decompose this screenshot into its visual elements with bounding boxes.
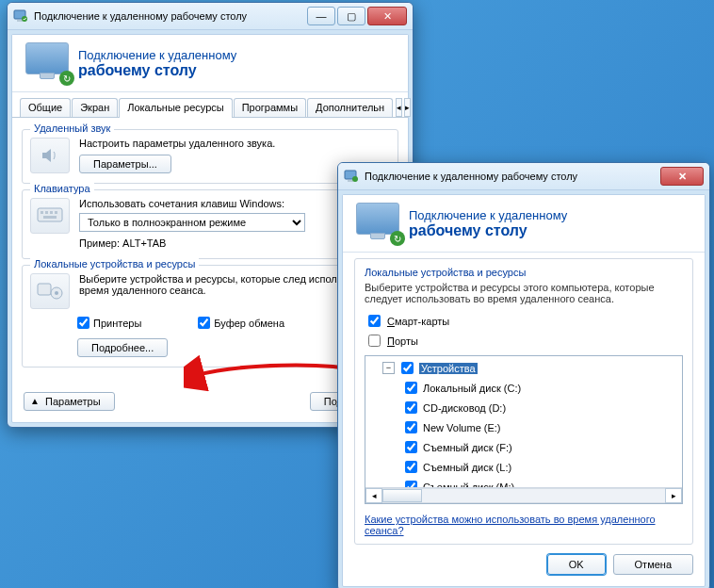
speaker-icon [30, 138, 70, 173]
checkbox-ports-label: Порты [387, 335, 418, 347]
cancel-button[interactable]: Отмена [613, 554, 693, 575]
tab-display[interactable]: Экран [72, 98, 118, 117]
banner-line1: Подключение к удаленному [409, 208, 567, 222]
tree-item[interactable]: Съемный диск (M:) [369, 477, 678, 487]
legend-sound: Удаленный звук [30, 122, 114, 134]
tree-item[interactable]: Локальный диск (C:) [369, 378, 678, 398]
app-icon [13, 8, 28, 24]
more-button[interactable]: Подробнее... [77, 338, 168, 357]
svg-rect-13 [348, 180, 353, 182]
horizontal-scrollbar[interactable]: ◂ ▸ [365, 487, 682, 503]
svg-rect-1 [17, 20, 23, 22]
tree-item-checkbox[interactable] [405, 421, 417, 433]
tab-local-resources[interactable]: Локальные ресурсы [119, 98, 232, 118]
tree-root-checkbox[interactable] [401, 362, 414, 374]
minimize-button[interactable]: — [307, 7, 335, 25]
tab-additional[interactable]: Дополнительн [307, 98, 393, 117]
checkbox-printers-label: Принтеры [93, 318, 141, 329]
tree-item-label: CD-дисковод (D:) [423, 402, 506, 414]
tree-item[interactable]: New Volume (E:) [369, 417, 678, 437]
window-title: Подключение к удаленному рабочему столу [365, 171, 660, 182]
rdp-logo-icon: ↻ [356, 203, 401, 244]
tab-scroll-left[interactable]: ◂ [396, 98, 402, 117]
checkbox-smartcards-label: Смарт-карты [387, 316, 449, 327]
tree-item-label: New Volume (E:) [423, 422, 501, 433]
tree-item-label: Съемный диск (F:) [423, 442, 512, 453]
tree-item-checkbox[interactable] [405, 382, 417, 394]
tab-programs[interactable]: Программы [234, 98, 306, 117]
checkbox-ports[interactable]: Порты [365, 332, 683, 350]
checkbox-printers-input[interactable] [77, 317, 89, 329]
sound-settings-button[interactable]: Параметры... [79, 155, 171, 173]
scroll-right-button[interactable]: ▸ [665, 488, 682, 503]
banner: ↻ Подключение к удаленному рабочему стол… [343, 195, 705, 253]
keyboard-icon [30, 198, 70, 234]
banner-line1: Подключение к удаленному [78, 48, 236, 62]
legend-local: Локальные устройства и ресурсы [30, 258, 199, 270]
svg-rect-5 [45, 211, 48, 214]
checkbox-clipboard[interactable]: Буфер обмена [198, 317, 284, 329]
group-description: Выберите устройства и ресурсы этого комп… [365, 282, 683, 304]
tree-root[interactable]: − Устройства [369, 358, 678, 378]
checkbox-clipboard-label: Буфер обмена [214, 318, 284, 329]
options-toggle-button[interactable]: ▲ Параметры [24, 392, 115, 411]
banner-line2: рабочему столу [78, 62, 236, 79]
rdp-devices-dialog: Подключение к удаленному рабочему столу … [337, 162, 710, 588]
tree-item-checkbox[interactable] [405, 481, 417, 487]
svg-point-11 [55, 291, 58, 295]
group-local-devices-dialog: Локальные устройства и ресурсы Выберите … [354, 258, 693, 545]
titlebar[interactable]: Подключение к удаленному рабочему столу … [338, 163, 709, 190]
tree-root-label[interactable]: Устройства [419, 363, 478, 374]
svg-rect-8 [43, 216, 57, 219]
svg-rect-4 [41, 211, 43, 214]
keyboard-combo[interactable]: Только в полноэкранном режиме [79, 213, 305, 232]
svg-rect-3 [38, 208, 62, 221]
ok-button[interactable]: OK [547, 554, 606, 575]
window-title: Подключение к удаленному рабочему столу [34, 10, 307, 22]
close-button[interactable]: ✕ [660, 167, 704, 186]
svg-rect-9 [38, 284, 51, 295]
tree-item-checkbox[interactable] [405, 461, 417, 473]
options-label: Параметры [45, 396, 101, 407]
rdp-logo-icon: ↻ [25, 42, 71, 84]
titlebar[interactable]: Подключение к удаленному рабочему столу … [8, 3, 413, 30]
group-title: Локальные устройства и ресурсы [365, 267, 683, 278]
checkbox-smartcards-input[interactable] [368, 315, 381, 327]
sound-hint: Настроить параметры удаленного звука. [79, 138, 390, 149]
banner: ↻ Подключение к удаленному рабочему стол… [12, 35, 408, 92]
scroll-left-button[interactable]: ◂ [365, 488, 382, 503]
maximize-button[interactable]: ▢ [337, 7, 365, 25]
device-tree: − Устройства Локальный диск (C:) CD-диск… [365, 355, 683, 504]
devices-icon [30, 273, 70, 309]
tab-general[interactable]: Общие [20, 98, 71, 117]
app-icon [344, 169, 359, 184]
svg-rect-6 [50, 211, 53, 214]
tab-scroll-right[interactable]: ▸ [404, 98, 411, 117]
checkbox-smartcards[interactable]: Смарт-карты [365, 312, 683, 330]
legend-keyboard: Клавиатура [30, 183, 94, 194]
expander-minus-icon[interactable]: − [382, 362, 395, 374]
checkbox-ports-input[interactable] [368, 335, 381, 347]
tree-item-label: Локальный диск (C:) [423, 383, 521, 394]
close-button[interactable]: ✕ [367, 7, 407, 25]
scroll-thumb[interactable] [382, 489, 422, 502]
device-tree-scroll[interactable]: − Устройства Локальный диск (C:) CD-диск… [365, 356, 682, 487]
tree-item-checkbox[interactable] [405, 441, 417, 453]
svg-rect-7 [55, 211, 57, 214]
tabs: Общие Экран Локальные ресурсы Программы … [12, 92, 408, 118]
svg-point-14 [352, 176, 358, 182]
checkbox-clipboard-input[interactable] [198, 317, 210, 329]
banner-line2: рабочему столу [409, 222, 567, 239]
tree-item-checkbox[interactable] [405, 401, 417, 414]
tree-item[interactable]: CD-дисковод (D:) [369, 398, 678, 417]
scroll-track[interactable] [382, 488, 665, 503]
checkbox-printers[interactable]: Принтеры [77, 317, 141, 329]
chevron-up-icon: ▲ [30, 396, 40, 406]
tree-item[interactable]: Съемный диск (L:) [369, 457, 678, 477]
tree-item-label: Съемный диск (L:) [423, 462, 511, 473]
tree-item[interactable]: Съемный диск (F:) [369, 437, 678, 457]
help-link[interactable]: Какие устройства можно использовать во в… [365, 514, 683, 536]
